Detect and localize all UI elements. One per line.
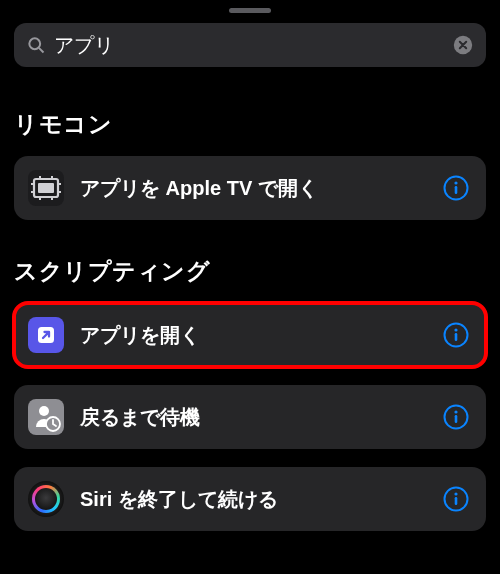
action-label: 戻るまで待機 [80, 404, 442, 431]
content-area: リモコン アプリを Apple TV で開く [0, 109, 500, 531]
info-icon[interactable] [442, 321, 470, 349]
svg-point-14 [454, 181, 457, 184]
clear-search-icon[interactable] [452, 34, 474, 56]
drag-handle[interactable] [229, 8, 271, 13]
svg-point-26 [454, 492, 457, 495]
action-label: Siri を終了して続ける [80, 486, 442, 513]
search-input[interactable] [54, 34, 444, 57]
section-title-scripting: スクリプティング [14, 256, 486, 287]
action-open-app[interactable]: アプリを開く [14, 303, 486, 367]
action-dismiss-siri-and-continue[interactable]: Siri を終了して続ける [14, 467, 486, 531]
appletv-icon [28, 170, 64, 206]
svg-rect-4 [38, 183, 54, 193]
svg-point-23 [454, 410, 457, 413]
open-app-icon [28, 317, 64, 353]
svg-point-18 [454, 328, 457, 331]
svg-point-0 [29, 38, 40, 49]
section-title-remote: リモコン [14, 109, 486, 140]
svg-rect-27 [455, 497, 458, 505]
action-wait-to-return[interactable]: 戻るまで待機 [14, 385, 486, 449]
info-icon[interactable] [442, 403, 470, 431]
svg-rect-24 [455, 415, 458, 423]
info-icon[interactable] [442, 174, 470, 202]
wait-return-icon [28, 399, 64, 435]
search-icon [26, 35, 46, 55]
svg-rect-15 [455, 186, 458, 194]
svg-point-20 [39, 406, 49, 416]
action-label: アプリを開く [80, 322, 442, 349]
action-open-app-on-appletv[interactable]: アプリを Apple TV で開く [14, 156, 486, 220]
siri-icon [28, 481, 64, 517]
search-bar[interactable] [14, 23, 486, 67]
svg-rect-19 [455, 333, 458, 341]
info-icon[interactable] [442, 485, 470, 513]
action-label: アプリを Apple TV で開く [80, 175, 442, 202]
svg-line-1 [39, 48, 44, 53]
